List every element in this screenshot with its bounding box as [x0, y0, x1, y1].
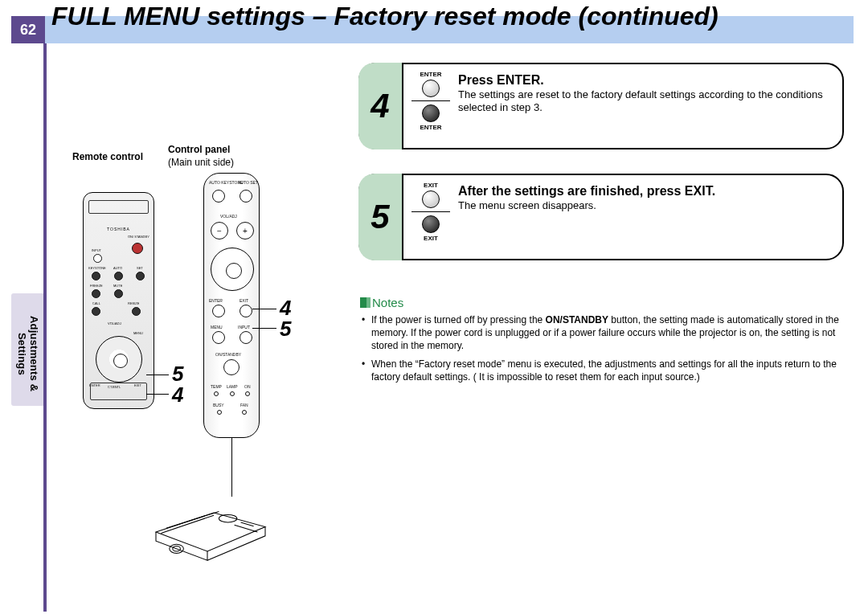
remote-call-button: [92, 307, 100, 316]
panel-on-led: [245, 391, 250, 396]
panel-input-label: INPUT: [238, 325, 250, 330]
title-bar: FULL MENU settings – Factory reset mode …: [45, 16, 854, 43]
notes-icon: [360, 297, 367, 308]
panel-input-button: [240, 331, 252, 344]
panel-fan-led: [242, 410, 247, 415]
panel-enter-button: [212, 305, 225, 317]
panel-busy-led: [217, 410, 222, 415]
panel-plus-label: +: [243, 227, 248, 235]
remote-keystone-label: KEYSTONE: [88, 266, 106, 270]
step-button-top-label: EXIT: [408, 182, 453, 189]
exit-button-icon: [422, 190, 440, 208]
panel-menu-label: MENU: [211, 325, 223, 330]
remote-auto-button: [114, 272, 123, 280]
panel-voladj-label: VOL/ADJ: [220, 214, 237, 219]
step-button-bottom-label: EXIT: [408, 235, 453, 242]
list-item: When the “Factory reset mode” menu is ex…: [362, 358, 852, 383]
enter-button-dark-icon: [422, 104, 440, 122]
panel-exit-button: [240, 305, 252, 317]
page-number-badge: 62: [11, 16, 45, 43]
step-button-column: EXIT EXIT: [408, 182, 453, 242]
diagram-labels: Remote control Control panel (Main unit …: [72, 151, 143, 162]
panel-on-label: ON: [244, 384, 251, 389]
section-tab-label: Adjustments & Settings: [16, 301, 40, 406]
step-card-4: 4 ENTER ENTER Press ENTER. The settings …: [358, 63, 844, 149]
page-title: FULL MENU settings – Factory reset mode …: [51, 2, 719, 31]
callout-line: [252, 309, 276, 309]
remote-on-standby-label: ON/ STANDBY: [128, 235, 149, 239]
step-body: The settings are reset to the factory de…: [458, 88, 823, 113]
notes-heading-text: Notes: [372, 296, 403, 309]
panel-temp-label: TEMP: [211, 384, 222, 389]
remote-freeze-label: FREEZE: [90, 284, 103, 288]
control-panel-diagram: AUTO KEYSTONE AUTO SET VOL/ADJ − + ENTER…: [203, 173, 260, 438]
remote-keystone-button: [92, 272, 100, 280]
remote-resize-button: [132, 307, 141, 316]
panel-busy-label: BUSY: [213, 403, 224, 407]
step-heading: Press ENTER.: [458, 73, 544, 87]
callout-line: [146, 394, 169, 395]
notes-list: If the power is turned off by pressing t…: [362, 313, 852, 388]
step-card-5: 5 EXIT EXIT After the settings are finis…: [358, 174, 844, 260]
callout-number: 4: [172, 383, 183, 407]
remote-set-label: SET: [137, 266, 143, 270]
remote-bottom-plate: [90, 383, 147, 400]
remote-label: Remote control: [72, 151, 143, 162]
panel-exit-label: EXIT: [240, 298, 248, 303]
projector-diagram: [143, 486, 272, 565]
callout-line: [146, 375, 169, 375]
remote-brand: TOSHIBA: [84, 227, 154, 231]
panel-autoset-button: [240, 190, 252, 203]
remote-freeze-button: [92, 289, 100, 298]
step-heading: After the settings are finished, press E…: [458, 184, 715, 198]
remote-input-button: [93, 254, 102, 263]
exit-button-dark-icon: [422, 215, 440, 233]
panel-dpad: [211, 248, 254, 291]
remote-input-label: INPUT: [92, 248, 101, 252]
remote-menu-label: MENU: [133, 331, 143, 335]
panel-minus-label: −: [217, 227, 222, 235]
callout-number: 5: [280, 317, 291, 342]
remote-mute-label: MUTE: [113, 284, 122, 288]
callout-line: [252, 328, 276, 329]
section-tab: Adjustments & Settings: [11, 293, 43, 406]
panel-sublabel: (Main unit side): [168, 157, 234, 168]
list-item: If the power is turned off by pressing t…: [362, 313, 852, 353]
remote-voladj-label: VOL/ADJ: [108, 321, 121, 325]
enter-button-icon: [422, 80, 440, 97]
panel-onstandby-label: ON/STANDBY: [215, 352, 241, 357]
panel-temp-led: [214, 391, 219, 396]
remote-control-diagram: TOSHIBA ON/ STANDBY INPUT KEYSTONE AUTO …: [83, 192, 154, 409]
remote-mute-button: [114, 289, 123, 298]
panel-autoset-label: AUTO SET: [238, 180, 258, 185]
panel-enter-label: ENTER: [209, 298, 223, 303]
step-number: 5: [358, 174, 403, 260]
step-button-bottom-label: ENTER: [408, 124, 453, 131]
step-button-column: ENTER ENTER: [408, 71, 453, 131]
remote-auto-label: AUTO: [113, 266, 122, 270]
panel-lamp-led: [230, 391, 235, 396]
remote-call-label: CALL: [92, 301, 100, 305]
remote-on-standby-button: [132, 243, 143, 254]
step-button-top-label: ENTER: [408, 71, 453, 78]
step-body: The menu screen disappears.: [458, 199, 596, 211]
step-number: 4: [358, 63, 403, 149]
panel-lamp-label: LAMP: [227, 384, 238, 389]
panel-onstandby-button: [223, 359, 240, 375]
panel-label: Control panel: [168, 144, 230, 155]
panel-autokeystone-button: [212, 190, 225, 203]
step-content: After the settings are finished, press E…: [458, 183, 831, 212]
remote-set-button: [136, 272, 145, 280]
remote-resize-label: RESIZE: [128, 301, 139, 305]
panel-fan-label: FAN: [240, 403, 248, 407]
remote-dpad: [96, 336, 142, 383]
panel-menu-button: [212, 331, 225, 344]
vertical-rule: [43, 43, 47, 612]
notes-heading: Notes: [360, 296, 403, 309]
step-content: Press ENTER. The settings are reset to t…: [458, 72, 831, 115]
